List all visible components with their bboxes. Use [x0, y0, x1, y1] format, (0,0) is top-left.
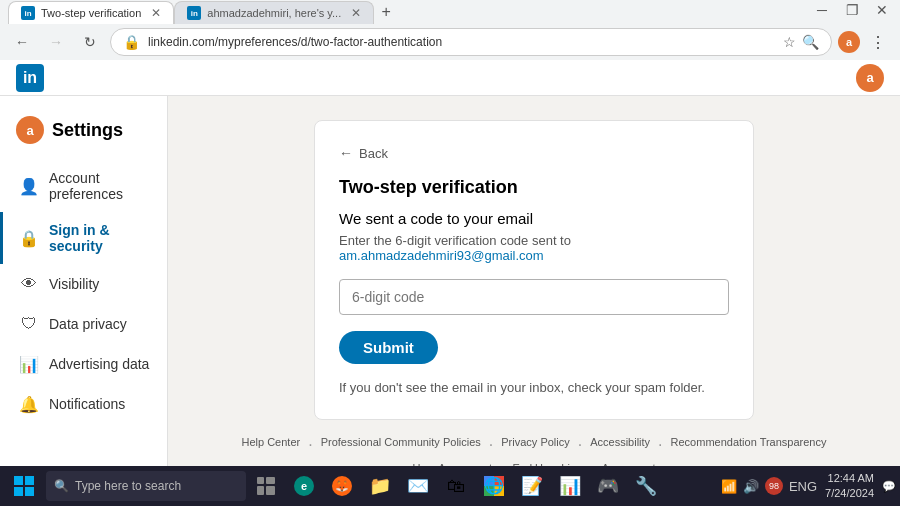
- desc-prefix: Enter the 6-digit verification code sent…: [339, 233, 571, 248]
- browser-tab-active[interactable]: in Two-step verification ✕: [8, 1, 174, 24]
- sidebar-item-notifications[interactable]: 🔔 Notifications: [0, 384, 167, 424]
- minimize-button[interactable]: ─: [808, 0, 836, 24]
- footer-link-accessibility[interactable]: Accessibility: [590, 436, 650, 454]
- bookmark-icon[interactable]: ☆: [783, 34, 796, 50]
- taskbar: 🔍 Type here to search e 🦊 📁 ✉️ 🛍: [0, 466, 900, 506]
- tab-close-1[interactable]: ✕: [151, 6, 161, 20]
- address-bar-icons: ☆ 🔍: [783, 34, 819, 50]
- url-text: linkedin.com/mypreferences/d/two-factor-…: [148, 35, 775, 49]
- app9[interactable]: 🔧: [628, 468, 664, 504]
- edge-app[interactable]: e: [286, 468, 322, 504]
- browser-tab-inactive[interactable]: in ahmadzadehmiri, here's y... ✕: [174, 1, 374, 24]
- footer-links: Help Center · Professional Community Pol…: [216, 436, 852, 454]
- footer-link-help[interactable]: Help Center: [242, 436, 301, 454]
- email-link[interactable]: am.ahmadzadehmiri93@gmail.com: [339, 248, 544, 263]
- linkedin-logo: in: [16, 64, 44, 92]
- linkedin-header: in a: [0, 60, 900, 96]
- app8-icon: 🎮: [597, 475, 619, 497]
- card-title: Two-step verification: [339, 177, 729, 198]
- sidebar-item-label-account: Account preferences: [49, 170, 151, 202]
- submit-button[interactable]: Submit: [339, 331, 438, 364]
- sidebar-item-dataprivacy[interactable]: 🛡 Data privacy: [0, 304, 167, 344]
- eye-icon: 👁: [19, 274, 39, 294]
- back-link[interactable]: ← Back: [339, 145, 729, 161]
- taskbar-clock: 12:44 AM 7/24/2024: [825, 471, 874, 502]
- tab-title-2: ahmadzadehmiri, here's y...: [207, 7, 341, 19]
- svg-rect-5: [266, 477, 275, 484]
- user-avatar[interactable]: a: [856, 64, 884, 92]
- footer-link-privacy[interactable]: Privacy Policy: [501, 436, 569, 454]
- tab-favicon-1: in: [21, 6, 35, 20]
- chart-icon: 📊: [19, 354, 39, 374]
- code-input[interactable]: [339, 279, 729, 315]
- sidebar-item-label-advertising: Advertising data: [49, 356, 149, 372]
- store-icon: 🛍: [447, 476, 465, 497]
- close-button[interactable]: ✕: [868, 0, 896, 24]
- sidebar-item-account[interactable]: 👤 Account preferences: [0, 160, 167, 212]
- taskbar-time-display: 12:44 AM: [825, 471, 874, 486]
- browser-profile-icon[interactable]: a: [838, 31, 860, 53]
- shield-icon: 🛡: [19, 314, 39, 334]
- start-button[interactable]: [4, 468, 44, 504]
- sidebar-avatar: a: [16, 116, 44, 144]
- word-app[interactable]: 📝: [514, 468, 550, 504]
- search-icon[interactable]: 🔍: [802, 34, 819, 50]
- taskbar-search[interactable]: 🔍 Type here to search: [46, 471, 246, 501]
- forward-button[interactable]: →: [42, 28, 70, 56]
- temp-badge: 98: [765, 477, 783, 495]
- back-button[interactable]: ←: [8, 28, 36, 56]
- bell-icon: 🔔: [19, 394, 39, 414]
- page-wrapper: a Settings 👤 Account preferences 🔒 Sign …: [0, 96, 900, 506]
- mail-app[interactable]: ✉️: [400, 468, 436, 504]
- ppt-icon: 📊: [559, 475, 581, 497]
- sidebar-item-label-dataprivacy: Data privacy: [49, 316, 127, 332]
- system-tray-icons: 📶 🔊 98 ENG: [721, 477, 817, 495]
- tab-close-2[interactable]: ✕: [351, 6, 361, 20]
- settings-card: ← Back Two-step verification We sent a c…: [314, 120, 754, 420]
- tab-favicon-2: in: [187, 6, 201, 20]
- sidebar-item-signin[interactable]: 🔒 Sign in & security: [0, 212, 167, 264]
- lock-icon: 🔒: [123, 34, 140, 50]
- svg-rect-0: [14, 476, 23, 485]
- browser-tabs: in Two-step verification ✕ in ahmadzadeh…: [0, 0, 900, 24]
- chrome-icon: 🌐: [484, 476, 504, 496]
- chrome-app[interactable]: 🌐: [476, 468, 512, 504]
- restore-button[interactable]: ❐: [838, 0, 866, 24]
- search-icon: 🔍: [54, 479, 69, 493]
- taskbar-date-display: 7/24/2024: [825, 486, 874, 501]
- word-icon: 📝: [521, 475, 543, 497]
- browser-nav-bar: ← → ↻ 🔒 linkedin.com/mypreferences/d/two…: [0, 24, 900, 60]
- spam-note: If you don't see the email in your inbox…: [339, 380, 729, 395]
- browser-chrome: in Two-step verification ✕ in ahmadzadeh…: [0, 0, 900, 60]
- volume-icon: 🔊: [743, 479, 759, 494]
- taskbar-search-placeholder: Type here to search: [75, 479, 181, 493]
- svg-rect-7: [266, 486, 275, 495]
- footer-link-community[interactable]: Professional Community Policies: [321, 436, 481, 454]
- new-tab-button[interactable]: +: [374, 0, 398, 24]
- folder-app[interactable]: 📁: [362, 468, 398, 504]
- address-bar[interactable]: 🔒 linkedin.com/mypreferences/d/two-facto…: [110, 28, 832, 56]
- windows-logo-icon: [14, 476, 34, 496]
- extensions-button[interactable]: ⋮: [864, 28, 892, 56]
- app9-icon: 🔧: [635, 475, 657, 497]
- store-app[interactable]: 🛍: [438, 468, 474, 504]
- account-icon: 👤: [19, 176, 39, 196]
- sidebar: a Settings 👤 Account preferences 🔒 Sign …: [0, 96, 168, 506]
- wifi-icon: 📶: [721, 479, 737, 494]
- footer-link-recommendation[interactable]: Recommendation Transparency: [671, 436, 827, 454]
- sidebar-item-advertising[interactable]: 📊 Advertising data: [0, 344, 167, 384]
- taskview-button[interactable]: [248, 468, 284, 504]
- refresh-button[interactable]: ↻: [76, 28, 104, 56]
- tab-title-1: Two-step verification: [41, 7, 141, 19]
- app8[interactable]: 🎮: [590, 468, 626, 504]
- firefox-app[interactable]: 🦊: [324, 468, 360, 504]
- sidebar-item-visibility[interactable]: 👁 Visibility: [0, 264, 167, 304]
- main-content: ← Back Two-step verification We sent a c…: [168, 96, 900, 506]
- card-description: Enter the 6-digit verification code sent…: [339, 233, 729, 263]
- notification-icon[interactable]: 💬: [882, 480, 896, 493]
- ppt-app[interactable]: 📊: [552, 468, 588, 504]
- svg-rect-6: [257, 486, 264, 495]
- sidebar-item-label-notifications: Notifications: [49, 396, 125, 412]
- taskbar-app-icons: e 🦊 📁 ✉️ 🛍 🌐 📝 📊 🎮 🔧: [248, 468, 664, 504]
- browser-action-icons: a ⋮: [838, 28, 892, 56]
